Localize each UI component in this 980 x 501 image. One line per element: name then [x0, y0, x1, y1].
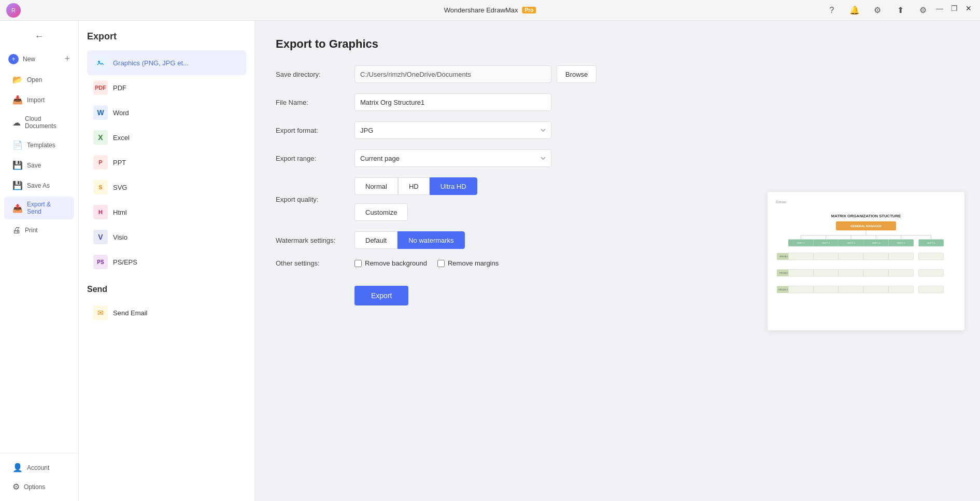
- file-name-input[interactable]: [354, 93, 551, 111]
- sidebar-item-templates[interactable]: 📄 Templates: [4, 136, 74, 154]
- save-directory-input[interactable]: [354, 65, 551, 83]
- quality-normal-button[interactable]: Normal: [354, 177, 398, 195]
- sidebar-item-options[interactable]: ⚙ Options: [4, 478, 74, 496]
- remove-margins-checkbox[interactable]: Remove margins: [437, 259, 499, 267]
- export-panel: Export Graphics (PNG, JPG et... PDF PDF …: [79, 21, 255, 501]
- remove-background-input[interactable]: [354, 260, 362, 267]
- svg-rect-31: [889, 253, 914, 260]
- more-icon[interactable]: ⚙: [916, 3, 930, 18]
- close-button[interactable]: ✕: [963, 3, 974, 13]
- open-label: Open: [27, 76, 42, 84]
- svg-rect-0: [96, 59, 105, 67]
- svg-rect-38: [863, 269, 888, 276]
- remove-background-checkbox[interactable]: Remove background: [354, 259, 427, 267]
- export-format-select[interactable]: JPG PNG BMP SVG: [354, 121, 551, 139]
- watermark-field: Default No watermarks: [354, 231, 731, 249]
- export-item-graphics[interactable]: Graphics (PNG, JPG et...: [87, 50, 246, 75]
- export-range-label: Export range:: [276, 155, 348, 162]
- sidebar-item-saveas[interactable]: 💾 Save As: [4, 176, 74, 194]
- sidebar-item-export[interactable]: 📤 Export & Send: [4, 197, 74, 219]
- new-label: New: [23, 55, 35, 63]
- quality-group: Normal HD Ultra HD: [354, 177, 477, 195]
- export-range-row: Export range: Current page All pages Sel…: [276, 149, 731, 167]
- sidebar-item-new[interactable]: + New +: [0, 48, 78, 69]
- excel-icon: X: [93, 130, 108, 145]
- svg-text:DEPT 4: DEPT 4: [872, 242, 880, 244]
- sidebar-back-button[interactable]: ←: [4, 26, 74, 47]
- export-panel-title: Export: [87, 31, 246, 42]
- svg-rect-28: [814, 253, 839, 260]
- email-icon: ✉: [93, 305, 108, 320]
- cloud-icon: ☁: [12, 118, 21, 128]
- help-icon[interactable]: ?: [825, 3, 839, 18]
- send-email-label: Send Email: [113, 309, 147, 317]
- export-item-svg[interactable]: S SVG: [87, 175, 246, 200]
- save-directory-label: Save directory:: [276, 71, 348, 78]
- sidebar-item-save[interactable]: 💾 Save: [4, 156, 74, 174]
- sidebar-item-import[interactable]: 📥 Import: [4, 91, 74, 109]
- new-icon: +: [8, 54, 19, 64]
- quality-hd-button[interactable]: HD: [398, 177, 430, 195]
- svg-rect-30: [863, 253, 888, 260]
- remove-margins-input[interactable]: [437, 260, 445, 267]
- export-item-visio[interactable]: V Visio: [87, 225, 246, 249]
- visio-label: Visio: [113, 233, 127, 241]
- export-item-html[interactable]: H Html: [87, 200, 246, 225]
- remove-background-label: Remove background: [365, 259, 427, 267]
- ppt-label: PPT: [113, 159, 126, 166]
- svg-rect-32: [919, 253, 944, 260]
- sidebar-item-print[interactable]: 🖨 Print: [4, 221, 74, 239]
- graphics-icon: [93, 55, 108, 70]
- svg-text:DEPT 5: DEPT 5: [897, 242, 905, 244]
- preview-panel: Edraw MATRIX ORGANIZATION STUCTURE GENER…: [752, 21, 980, 501]
- share-icon[interactable]: ⬆: [893, 3, 907, 18]
- sidebar-item-account[interactable]: 👤 Account: [4, 458, 74, 477]
- back-arrow-icon: ←: [35, 31, 44, 42]
- svg-text:DEPT 6: DEPT 6: [927, 242, 935, 244]
- ppt-icon: P: [93, 155, 108, 170]
- export-quality-label: Export quality:: [276, 196, 348, 203]
- window-controls: ? 🔔 ⚙ ⬆ ⚙ — ❐ ✕: [825, 3, 974, 18]
- settings-icon[interactable]: ⚙: [870, 3, 885, 18]
- svg-text:DEPT 1: DEPT 1: [797, 242, 805, 244]
- left-toolbar: R: [6, 3, 21, 18]
- sidebar-item-cloud[interactable]: ☁ Cloud Documents: [4, 111, 74, 134]
- left-sidebar: ← + New + 📂 Open 📥 Import ☁ Cloud Docume…: [0, 21, 79, 501]
- export-range-select[interactable]: Current page All pages Selected shapes: [354, 149, 551, 167]
- maximize-button[interactable]: ❐: [949, 3, 959, 13]
- export-button[interactable]: Export: [354, 286, 408, 305]
- watermark-default-button[interactable]: Default: [354, 231, 397, 249]
- save-icon: 💾: [12, 160, 23, 170]
- user-avatar[interactable]: R: [6, 3, 21, 18]
- watermark-group: Default No watermarks: [354, 231, 465, 249]
- other-settings-field: Remove background Remove margins: [354, 259, 731, 267]
- export-item-pseps[interactable]: PS PS/EPS: [87, 249, 246, 274]
- notification-icon[interactable]: 🔔: [847, 3, 862, 18]
- export-item-ppt[interactable]: P PPT: [87, 150, 246, 175]
- options-icon: ⚙: [12, 482, 20, 492]
- save-label: Save: [27, 162, 41, 169]
- main-layout: ← + New + 📂 Open 📥 Import ☁ Cloud Docume…: [0, 21, 980, 501]
- export-item-pdf[interactable]: PDF PDF: [87, 75, 246, 100]
- quality-wrapper: Normal HD Ultra HD Customize: [354, 177, 477, 221]
- watermark-label: Watermark settings:: [276, 236, 348, 244]
- send-email-item[interactable]: ✉ Send Email: [87, 300, 246, 325]
- browse-button[interactable]: Browse: [557, 65, 596, 83]
- customize-button[interactable]: Customize: [354, 203, 408, 221]
- export-label: Export & Send: [27, 201, 66, 215]
- watermark-none-button[interactable]: No watermarks: [397, 231, 464, 249]
- pdf-label: PDF: [113, 84, 126, 92]
- quality-ultra-hd-button[interactable]: Ultra HD: [430, 177, 477, 195]
- sidebar-item-open[interactable]: 📂 Open: [4, 71, 74, 89]
- svg-text:GENERAL MANAGER: GENERAL MANAGER: [850, 225, 882, 228]
- export-item-word[interactable]: W Word: [87, 100, 246, 125]
- export-icon: 📤: [12, 203, 23, 213]
- options-label: Options: [24, 483, 45, 491]
- new-plus-icon: +: [64, 53, 70, 64]
- main-content: Export to Graphics Save directory: Brows…: [255, 21, 752, 501]
- pdf-icon: PDF: [93, 80, 108, 95]
- export-item-excel[interactable]: X Excel: [87, 125, 246, 150]
- minimize-button[interactable]: —: [934, 3, 945, 13]
- export-quality-field: Normal HD Ultra HD Customize: [354, 177, 731, 221]
- file-name-row: File Name:: [276, 93, 731, 111]
